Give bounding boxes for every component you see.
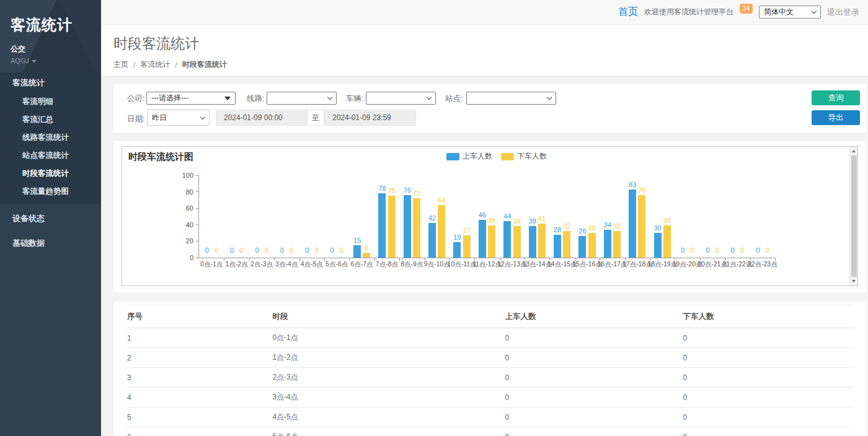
triangle-up-icon <box>852 150 856 152</box>
date-start-input[interactable]: 2024-01-09 00:00 <box>216 110 307 126</box>
bar <box>563 231 570 258</box>
bar-value-label: 15 <box>353 237 361 244</box>
vehicle-label: 车辆: <box>346 94 363 104</box>
date-preset-select[interactable]: 昨日 <box>147 110 210 126</box>
bar-value-label: 0 <box>215 247 218 254</box>
bar-column: 64 <box>438 176 445 258</box>
bar-group: 0022点-23点 <box>750 176 775 258</box>
breadcrumb-separator: / <box>133 61 135 69</box>
table-panel: 序号 时段 上车人数 下车人数 10点-1点0021点-2点0032点-3点00… <box>113 302 866 436</box>
bar-column: 75 <box>388 176 395 258</box>
chart-panel: 时段车流统计图 上车人数下车人数 020406080100000点-1点001点… <box>113 141 866 292</box>
bar-value-label: 0 <box>340 247 343 254</box>
x-axis-label: 7点-8点 <box>376 260 398 269</box>
table-cell: 6 <box>127 427 272 436</box>
bar-group: 463911点-12点 <box>474 176 499 258</box>
bar-column: 0 <box>237 176 245 258</box>
table-cell: 0 <box>683 427 854 436</box>
bar-value-label: 0 <box>230 247 234 254</box>
line-label: 线路: <box>247 94 264 104</box>
table-row: 32点-3点00 <box>127 368 854 388</box>
chart-title: 时段车流统计图 <box>128 151 193 163</box>
bar-group: 003点-4点 <box>274 176 299 258</box>
sidebar: 客流统计 公交 AQGJ 客流统计 客流明细客流汇总线路客流统计站点客流统计时段… <box>0 0 101 436</box>
bar-column: 41 <box>538 176 546 258</box>
sidebar-subitem[interactable]: 客流量趋势图 <box>0 183 101 201</box>
table-cell: 0 <box>683 368 854 388</box>
x-axis-label: 8点-9点 <box>401 260 423 269</box>
bar <box>404 195 411 258</box>
sidebar-subitem[interactable]: 线路客流统计 <box>0 129 101 147</box>
chevron-down-icon <box>547 95 552 100</box>
bar-column: 0 <box>679 176 686 258</box>
bar-column: 0 <box>754 176 761 258</box>
bar-value-label: 0 <box>280 247 284 254</box>
company-select[interactable]: ---请选择--- <box>146 92 236 105</box>
y-axis-tick-label: 60 <box>186 204 193 212</box>
bar <box>428 223 436 258</box>
legend-label: 下车人数 <box>517 151 547 162</box>
date-to-label: 至 <box>307 110 324 126</box>
chart-plot: 020406080100000点-1点001点-2点002点-3点003点-4点… <box>198 176 775 258</box>
bar-column: 0 <box>278 176 286 258</box>
bar-value-label: 0 <box>706 247 709 254</box>
bar-value-label: 0 <box>255 247 259 254</box>
bar-column: 0 <box>738 176 746 258</box>
sidebar-subitem[interactable]: 客流汇总 <box>0 111 101 129</box>
logout-link[interactable]: 退出登录 <box>827 7 859 18</box>
bar-column: 44 <box>503 176 511 258</box>
bar-column: 0 <box>288 176 295 258</box>
bar <box>503 221 511 258</box>
bar-value-label: 0 <box>681 247 684 254</box>
breadcrumb-passenger-stats[interactable]: 客流统计 <box>140 59 170 70</box>
bar-column: 0 <box>228 176 236 258</box>
sidebar-subitem[interactable]: 站点客流统计 <box>0 147 101 165</box>
bar-group: 263015点-16点 <box>575 176 600 258</box>
bar-value-label: 0 <box>715 247 719 254</box>
bar-column: 83 <box>629 176 636 258</box>
bar <box>388 196 396 258</box>
org-name: 公交 <box>11 44 95 54</box>
language-select[interactable]: 简体中文 <box>759 6 821 19</box>
bar-value-label: 72 <box>413 190 420 197</box>
breadcrumb-home[interactable]: 主页 <box>113 59 128 70</box>
sidebar-item-device-status[interactable]: 设备状态 <box>0 208 101 229</box>
x-axis-label: 1点-2点 <box>225 260 247 269</box>
bar-column: 0 <box>262 176 270 258</box>
sidebar-subitem[interactable]: 时段客流统计 <box>0 165 101 183</box>
chart-scrollbar[interactable] <box>849 147 857 286</box>
sidebar-item-base-data[interactable]: 基础数据 <box>0 233 101 254</box>
bar-group: 443812点-13点 <box>500 176 525 258</box>
bar-value-label: 38 <box>529 218 536 225</box>
table-cell: 2 <box>127 348 272 368</box>
bar-value-label: 0 <box>756 247 760 254</box>
vehicle-select[interactable] <box>366 92 436 105</box>
table-header-period: 时段 <box>272 305 505 328</box>
org-code-dropdown[interactable]: AQGJ <box>11 57 95 64</box>
app-logo: 客流统计 <box>11 15 95 35</box>
bar-value-label: 19 <box>453 234 461 241</box>
scrollbar-thumb[interactable] <box>851 155 857 277</box>
home-link[interactable]: 首页 <box>618 6 638 19</box>
bar-value-label: 6 <box>365 245 368 251</box>
scrollbar-down-arrow[interactable] <box>850 277 857 286</box>
bar-value-label: 0 <box>205 247 209 254</box>
bar <box>613 231 621 258</box>
bar-column: 76 <box>404 176 411 258</box>
bar-group: 837617点-18点 <box>625 176 650 258</box>
bar-value-label: 0 <box>740 247 744 254</box>
query-button[interactable]: 查询 <box>812 90 860 105</box>
bar-column: 0 <box>312 176 320 258</box>
bar <box>479 220 486 258</box>
date-end-input[interactable]: 2024-01-09 23:59 <box>324 110 416 126</box>
scrollbar-up-arrow[interactable] <box>850 147 857 155</box>
line-select[interactable] <box>267 92 337 105</box>
bar-value-label: 83 <box>629 181 636 188</box>
bar-value-label: 0 <box>290 247 293 254</box>
bar <box>629 190 636 258</box>
export-button[interactable]: 导出 <box>812 110 860 125</box>
sidebar-item-passenger-stats[interactable]: 客流统计 <box>0 72 101 93</box>
sidebar-subitem[interactable]: 客流明细 <box>0 93 101 111</box>
triangle-down-icon <box>852 280 856 282</box>
station-select[interactable] <box>466 92 556 105</box>
